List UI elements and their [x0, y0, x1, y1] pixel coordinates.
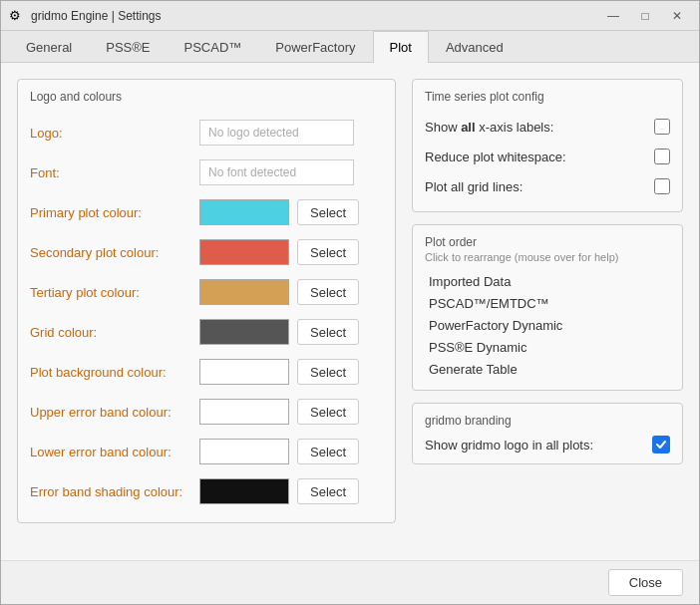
reduce-whitespace-row: Reduce plot whitespace:: [425, 142, 670, 171]
error-shading-colour-label: Error band shading colour:: [30, 484, 199, 499]
lower-error-colour-row: Lower error band colour: Select: [30, 433, 383, 470]
tertiary-colour-label: Tertiary plot colour:: [30, 285, 199, 300]
error-shading-colour-swatch[interactable]: [199, 478, 289, 504]
app-icon: ⚙: [9, 8, 25, 24]
upper-error-colour-swatch[interactable]: [199, 399, 289, 425]
logo-colours-title: Logo and colours: [30, 90, 383, 104]
xaxis-labels-checkbox[interactable]: [654, 119, 670, 135]
branding-row: Show gridmo logo in all plots:: [425, 436, 670, 454]
plot-gridlines-row: Plot all grid lines:: [425, 171, 670, 201]
footer: Close: [1, 560, 699, 604]
plot-bg-colour-label: Plot background colour:: [30, 365, 199, 380]
logo-placeholder-text: No logo detected: [208, 126, 299, 140]
plot-order-section: Plot order Click to rearrange (mouse ove…: [412, 224, 683, 391]
right-panel: Time series plot config Show all x-axis …: [412, 79, 683, 544]
error-shading-colour-select-button[interactable]: Select: [297, 478, 359, 504]
tab-plot[interactable]: Plot: [373, 31, 429, 63]
plot-bg-colour-row: Plot background colour: Select: [30, 353, 383, 391]
plot-order-item-imported[interactable]: Imported Data: [425, 271, 670, 292]
reduce-whitespace-checkbox[interactable]: [654, 149, 670, 164]
error-shading-colour-row: Error band shading colour: Select: [30, 472, 383, 510]
plot-bg-colour-swatch[interactable]: [199, 359, 289, 385]
plot-order-hint: Click to rearrange (mouse over for help): [425, 251, 670, 263]
reduce-whitespace-text: Reduce plot whitespace:: [425, 150, 654, 164]
lower-error-colour-swatch[interactable]: [199, 439, 289, 464]
secondary-colour-label: Secondary plot colour:: [30, 245, 199, 260]
left-panel: Logo and colours Logo: No logo detected …: [17, 79, 396, 544]
close-button[interactable]: Close: [608, 569, 683, 596]
tab-advanced[interactable]: Advanced: [429, 31, 521, 63]
font-row: Font: No font detected: [30, 153, 383, 191]
window-close-button[interactable]: ✕: [663, 6, 691, 26]
branding-label: Show gridmo logo in all plots:: [425, 438, 593, 453]
grid-colour-swatch[interactable]: [199, 319, 289, 345]
plot-bg-colour-select-button[interactable]: Select: [297, 359, 359, 385]
upper-error-colour-select-button[interactable]: Select: [297, 399, 359, 425]
tab-bar: General PSS®E PSCAD™ PowerFactory Plot A…: [1, 31, 699, 63]
minimize-button[interactable]: —: [599, 6, 627, 26]
plot-order-title: Plot order: [425, 235, 670, 249]
plot-gridlines-checkbox[interactable]: [654, 178, 670, 194]
logo-colours-section: Logo and colours Logo: No logo detected …: [17, 79, 396, 523]
font-label: Font:: [30, 165, 199, 180]
font-placeholder-text: No font detected: [208, 165, 296, 179]
logo-row: Logo: No logo detected: [30, 114, 383, 151]
branding-section: gridmo branding Show gridmo logo in all …: [412, 403, 683, 464]
secondary-colour-select-button[interactable]: Select: [297, 239, 359, 265]
plot-order-item-generate-table[interactable]: Generate Table: [425, 359, 670, 380]
plot-order-item-powerfactory[interactable]: PowerFactory Dynamic: [425, 315, 670, 336]
grid-colour-select-button[interactable]: Select: [297, 319, 359, 345]
maximize-button[interactable]: □: [631, 6, 659, 26]
plot-order-item-psse[interactable]: PSS®E Dynamic: [425, 337, 670, 358]
title-controls: — □ ✕: [599, 6, 691, 26]
tab-pscad[interactable]: PSCAD™: [168, 31, 259, 63]
ts-config-section: Time series plot config Show all x-axis …: [412, 79, 683, 212]
tertiary-colour-swatch[interactable]: [199, 279, 289, 305]
tab-general[interactable]: General: [9, 31, 89, 63]
primary-colour-swatch[interactable]: [199, 199, 289, 225]
title-bar: ⚙ gridmo Engine | Settings — □ ✕: [1, 1, 699, 31]
grid-colour-row: Grid colour: Select: [30, 313, 383, 351]
branding-title: gridmo branding: [425, 414, 670, 428]
xaxis-labels-text: Show all x-axis labels:: [425, 120, 654, 135]
lower-error-colour-select-button[interactable]: Select: [297, 439, 359, 464]
tertiary-colour-select-button[interactable]: Select: [297, 279, 359, 305]
main-window: ⚙ gridmo Engine | Settings — □ ✕ General…: [0, 0, 700, 605]
plot-order-list: Imported Data PSCAD™/EMTDC™ PowerFactory…: [425, 271, 670, 380]
primary-colour-row: Primary plot colour: Select: [30, 193, 383, 231]
tab-powerfactory[interactable]: PowerFactory: [258, 31, 372, 63]
secondary-colour-row: Secondary plot colour: Select: [30, 233, 383, 271]
grid-colour-label: Grid colour:: [30, 325, 199, 340]
plot-gridlines-text: Plot all grid lines:: [425, 179, 654, 194]
xaxis-labels-row: Show all x-axis labels:: [425, 112, 670, 142]
upper-error-colour-label: Upper error band colour:: [30, 405, 199, 420]
lower-error-colour-label: Lower error band colour:: [30, 445, 199, 459]
primary-colour-select-button[interactable]: Select: [297, 199, 359, 225]
content-area: Logo and colours Logo: No logo detected …: [1, 63, 699, 560]
upper-error-colour-row: Upper error band colour: Select: [30, 393, 383, 431]
logo-label: Logo:: [30, 126, 199, 141]
secondary-colour-swatch[interactable]: [199, 239, 289, 265]
tab-psse[interactable]: PSS®E: [89, 31, 167, 63]
tertiary-colour-row: Tertiary plot colour: Select: [30, 273, 383, 311]
primary-colour-label: Primary plot colour:: [30, 205, 199, 220]
window-title: gridmo Engine | Settings: [31, 9, 599, 23]
logo-input[interactable]: No logo detected: [199, 120, 354, 146]
plot-order-item-pscad[interactable]: PSCAD™/EMTDC™: [425, 293, 670, 314]
ts-config-title: Time series plot config: [425, 90, 670, 104]
font-input[interactable]: No font detected: [199, 159, 354, 185]
gridmo-logo-checkbox[interactable]: [652, 436, 670, 454]
